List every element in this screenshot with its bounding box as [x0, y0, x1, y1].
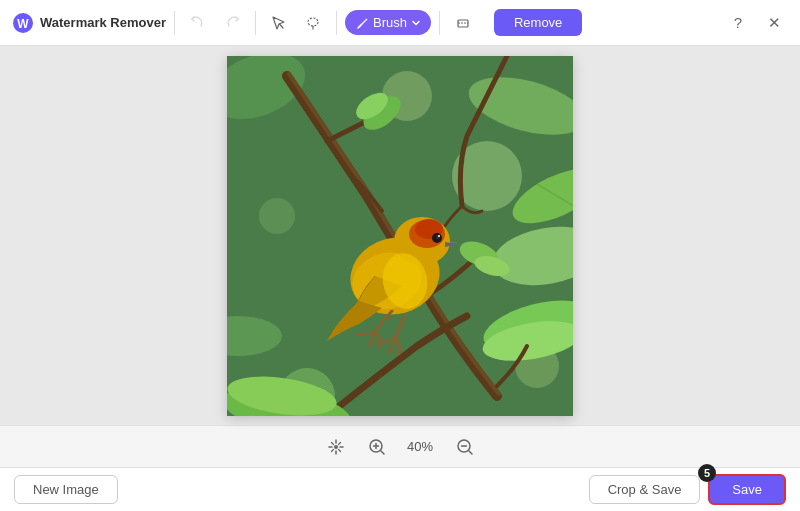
undo-button[interactable] — [183, 8, 213, 38]
undo-icon — [190, 15, 206, 31]
toolbar-divider4 — [439, 11, 440, 35]
lasso-tool-button[interactable] — [298, 8, 328, 38]
brush-tool-button[interactable]: Brush — [345, 10, 431, 35]
app-logo: W Watermark Remover — [12, 12, 166, 34]
crop-save-label: Crop & Save — [608, 482, 682, 497]
title-bar: W Watermark Remover — [0, 0, 800, 46]
brush-dropdown-icon — [411, 18, 421, 28]
bird-image — [227, 56, 573, 416]
zoom-bar: 40% — [0, 425, 800, 467]
logo-icon: W — [12, 12, 34, 34]
zoom-in-icon — [368, 438, 385, 455]
svg-point-12 — [259, 198, 295, 234]
toolbar-divider3 — [336, 11, 337, 35]
new-image-button[interactable]: New Image — [14, 475, 118, 504]
select-tool-button[interactable] — [264, 8, 294, 38]
erase-icon — [455, 15, 471, 31]
svg-line-39 — [469, 451, 472, 454]
redo-icon — [224, 15, 240, 31]
svg-text:W: W — [17, 16, 29, 30]
erase-tool-button[interactable] — [448, 8, 478, 38]
action-bar: New Image 5 Crop & Save Save — [0, 467, 800, 511]
select-icon — [271, 15, 287, 31]
brush-icon — [355, 16, 369, 30]
canvas-area — [0, 46, 800, 425]
close-button[interactable]: ✕ — [760, 9, 788, 37]
svg-point-29 — [438, 235, 440, 237]
image-container — [227, 56, 573, 416]
remove-btn-wrapper: Remove — [494, 9, 582, 36]
save-label: Save — [732, 482, 762, 497]
pan-icon — [327, 438, 345, 456]
toolbar-divider2 — [255, 11, 256, 35]
app-title: Watermark Remover — [40, 15, 166, 30]
zoom-level-label: 40% — [402, 439, 438, 454]
zoom-out-button[interactable] — [450, 433, 478, 461]
pan-button[interactable] — [322, 433, 350, 461]
step-badge: 5 — [698, 464, 716, 482]
zoom-out-icon — [456, 438, 473, 455]
help-button[interactable]: ? — [724, 9, 752, 37]
zoom-in-button[interactable] — [362, 433, 390, 461]
tool-controls — [264, 8, 328, 38]
svg-point-32 — [334, 445, 338, 449]
help-icon: ? — [734, 14, 742, 31]
toolbar-divider — [174, 11, 175, 35]
close-icon: ✕ — [768, 14, 781, 32]
save-button[interactable]: Save — [708, 474, 786, 505]
redo-button[interactable] — [217, 8, 247, 38]
history-controls — [183, 8, 247, 38]
new-image-label: New Image — [33, 482, 99, 497]
crop-save-button[interactable]: Crop & Save — [589, 475, 701, 504]
bird-scene-svg — [227, 56, 573, 416]
brush-label: Brush — [373, 15, 407, 30]
svg-point-2 — [308, 18, 318, 26]
window-controls: ? ✕ — [724, 9, 788, 37]
lasso-icon — [305, 15, 321, 31]
right-actions: 5 Crop & Save Save — [589, 474, 786, 505]
svg-line-36 — [381, 451, 384, 454]
remove-button[interactable]: Remove — [494, 9, 582, 36]
